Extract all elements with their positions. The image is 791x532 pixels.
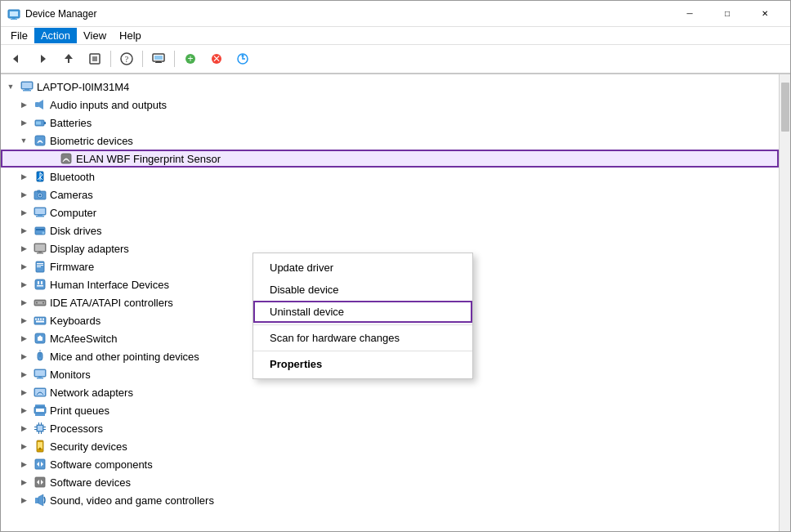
tree-item-software-dev[interactable]: ▶ Software devices — [1, 473, 779, 491]
title-bar: Device Manager ─ □ ✕ — [1, 1, 790, 27]
tree-item-processors[interactable]: ▶ Processors — [1, 419, 779, 437]
computer-button[interactable] — [146, 47, 171, 70]
svg-rect-96 — [35, 477, 45, 487]
show-hidden-button[interactable] — [83, 47, 107, 70]
svg-rect-54 — [38, 281, 39, 284]
svg-point-60 — [42, 302, 44, 304]
security-expand[interactable]: ▶ — [17, 440, 30, 453]
svg-marker-98 — [38, 494, 43, 506]
tree-item-software-comp[interactable]: ▶ Software components — [1, 455, 779, 473]
keyboards-expand[interactable]: ▶ — [17, 314, 30, 327]
menu-view[interactable]: View — [77, 28, 113, 43]
ctx-properties[interactable]: Properties — [253, 353, 472, 375]
sound-expand[interactable]: ▶ — [17, 494, 30, 507]
software-dev-icon — [34, 476, 47, 489]
biometric-expand[interactable]: ▼ — [17, 134, 30, 147]
menu-help[interactable]: Help — [113, 28, 148, 43]
svg-rect-75 — [37, 378, 43, 379]
cameras-expand[interactable]: ▶ — [17, 188, 30, 201]
display-icon — [34, 242, 47, 255]
disk-label: Disk drives — [50, 225, 102, 237]
tree-item-audio[interactable]: ▶ Audio inputs and outputs — [1, 96, 779, 114]
scrollbar-thumb[interactable] — [781, 83, 789, 132]
svg-rect-41 — [36, 216, 44, 217]
svg-rect-73 — [35, 370, 45, 376]
root-expand[interactable]: ▼ — [4, 80, 17, 93]
svg-rect-63 — [38, 319, 39, 320]
processors-icon — [34, 422, 47, 435]
computer-icon — [20, 80, 34, 93]
tree-item-sound[interactable]: ▶ Sound, video and game controllers — [1, 491, 779, 509]
bluetooth-label: Bluetooth — [50, 171, 95, 183]
firmware-label: Firmware — [50, 261, 94, 273]
batteries-expand[interactable]: ▶ — [17, 116, 30, 129]
processors-expand[interactable]: ▶ — [17, 422, 30, 435]
svg-rect-56 — [37, 285, 43, 287]
fingerprint-icon — [60, 152, 73, 165]
ctx-uninstall-device[interactable]: Uninstall device — [253, 301, 472, 323]
svg-rect-15 — [155, 62, 162, 63]
tree-root[interactable]: ▼ LAPTOP-I0IM31M4 — [1, 78, 779, 96]
hid-icon — [34, 278, 47, 291]
display-expand[interactable]: ▶ — [17, 242, 30, 255]
minimize-button[interactable]: ─ — [671, 1, 708, 27]
computer-expand[interactable]: ▶ — [17, 206, 30, 219]
mcafee-expand[interactable]: ▶ — [17, 332, 30, 345]
menu-file[interactable]: File — [4, 28, 34, 43]
up-button[interactable] — [56, 47, 81, 70]
sound-icon — [34, 494, 47, 507]
print-icon — [34, 404, 47, 417]
tree-item-batteries[interactable]: ▶ Batteries — [1, 114, 779, 132]
tree-item-network[interactable]: ▶ Network adapters — [1, 383, 779, 401]
add-driver-button[interactable]: + — [178, 47, 203, 70]
ctx-update-driver[interactable]: Update driver — [253, 257, 472, 279]
remove-driver-button[interactable]: ✕ — [204, 47, 229, 70]
svg-rect-62 — [35, 319, 37, 320]
menu-action[interactable]: Action — [34, 28, 77, 43]
print-expand[interactable]: ▶ — [17, 404, 30, 417]
disk-expand[interactable]: ▶ — [17, 224, 30, 237]
software-comp-expand[interactable]: ▶ — [17, 458, 30, 471]
tree-item-computer[interactable]: ▶ Computer — [1, 203, 779, 221]
batteries-label: Batteries — [50, 117, 92, 129]
tree-item-cameras[interactable]: ▶ Cameras — [1, 186, 779, 203]
svg-rect-81 — [35, 414, 45, 416]
bluetooth-expand[interactable]: ▶ — [17, 170, 30, 183]
hid-label: Human Interface Devices — [50, 279, 169, 291]
audio-expand[interactable]: ▶ — [17, 98, 30, 111]
mcafee-label: McAfeeSwitch — [50, 333, 117, 345]
ctx-disable-device[interactable]: Disable device — [253, 279, 472, 301]
svg-rect-64 — [40, 319, 42, 320]
ide-label: IDE ATA/ATAPI controllers — [50, 297, 173, 309]
tree-item-security[interactable]: ▶ Security devices — [1, 437, 779, 455]
monitors-icon — [34, 368, 47, 381]
toolbar-sep2 — [142, 51, 143, 67]
update-driver-button[interactable] — [230, 47, 255, 70]
help-button[interactable]: ? — [114, 47, 139, 70]
svg-rect-85 — [41, 422, 42, 425]
back-button[interactable] — [4, 47, 29, 70]
content-area: ▼ LAPTOP-I0IM31M4 ▶ — [1, 74, 790, 531]
forward-button[interactable] — [30, 47, 55, 70]
software-dev-expand[interactable]: ▶ — [17, 476, 30, 489]
tree-item-biometric[interactable]: ▼ Biometric devices — [1, 132, 779, 150]
network-expand[interactable]: ▶ — [17, 386, 30, 399]
tree-item-print[interactable]: ▶ Print queues — [1, 401, 779, 419]
software-dev-label: Software devices — [50, 476, 131, 489]
tree-item-bluetooth[interactable]: ▶ Bluetooth — [1, 168, 779, 186]
scrollbar-track[interactable] — [779, 74, 790, 531]
close-button[interactable]: ✕ — [746, 1, 784, 27]
firmware-expand[interactable]: ▶ — [17, 260, 30, 273]
mice-expand[interactable]: ▶ — [17, 350, 30, 363]
tree-item-elan[interactable]: ELAN WBF Fingerprint Sensor — [1, 150, 779, 168]
maximize-button[interactable]: □ — [708, 1, 746, 27]
svg-rect-50 — [37, 263, 43, 264]
ide-expand[interactable]: ▶ — [17, 296, 30, 309]
svg-point-59 — [36, 302, 38, 304]
ctx-scan-hardware[interactable]: Scan for hardware changes — [253, 327, 472, 349]
security-icon — [34, 440, 47, 453]
hid-expand[interactable]: ▶ — [17, 278, 30, 291]
tree-item-disk[interactable]: ▶ Disk drives — [1, 221, 779, 239]
monitors-expand[interactable]: ▶ — [17, 368, 30, 381]
svg-rect-26 — [35, 102, 39, 107]
